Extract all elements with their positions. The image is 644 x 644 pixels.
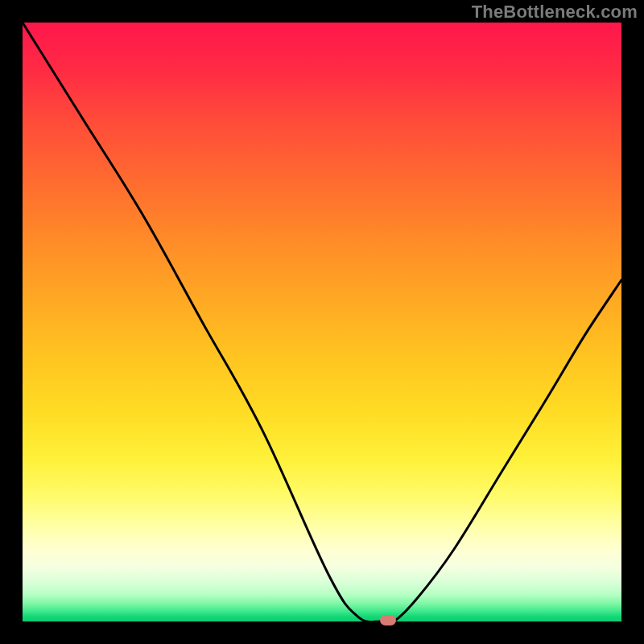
plot-area: [23, 23, 621, 621]
bottleneck-curve: [23, 23, 621, 621]
watermark-text: TheBottleneck.com: [472, 2, 638, 23]
optimal-point-marker: [380, 615, 396, 625]
chart-frame: TheBottleneck.com: [0, 0, 644, 644]
